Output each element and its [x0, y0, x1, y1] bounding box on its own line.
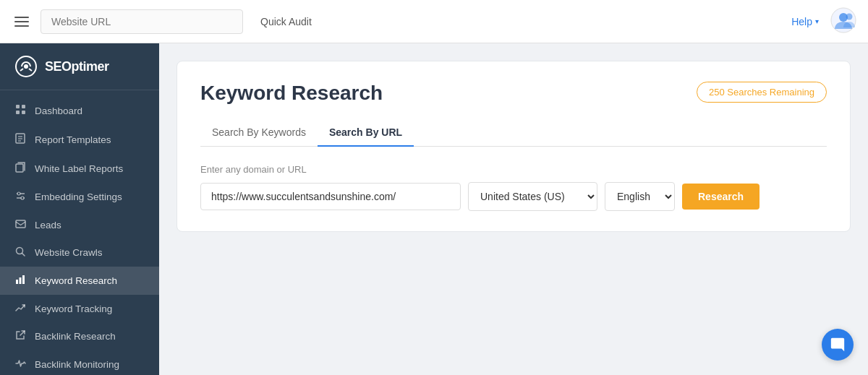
svg-rect-5 — [16, 105, 20, 108]
svg-line-24 — [20, 331, 25, 335]
domain-input[interactable] — [200, 183, 461, 210]
grid-icon — [14, 104, 26, 117]
sidebar-item-keyword-tracking[interactable]: Keyword Tracking — [0, 295, 159, 322]
chat-bubble-button[interactable] — [822, 329, 854, 361]
top-header: Quick Audit Help ▾ — [0, 0, 868, 43]
bar-chart-icon — [14, 275, 26, 287]
sidebar-nav: Dashboard Report Templates White Label R… — [0, 90, 159, 375]
sidebar-item-backlink-monitoring[interactable]: Backlink Monitoring — [0, 350, 159, 375]
help-label: Help — [791, 16, 812, 27]
country-select[interactable]: United States (US) United Kingdom (UK) C… — [468, 182, 597, 211]
sidebar-logo: SEOptimer — [0, 43, 159, 90]
hamburger-button[interactable] — [12, 14, 32, 30]
sidebar-item-white-label[interactable]: White Label Reports — [0, 154, 159, 183]
search-row: United States (US) United Kingdom (UK) C… — [200, 182, 827, 211]
avatar[interactable] — [830, 7, 856, 36]
chevron-down-icon: ▾ — [815, 17, 819, 25]
file-text-icon — [14, 133, 26, 146]
tabs-container: Search By Keywords Search By URL — [200, 119, 827, 147]
svg-point-17 — [21, 197, 24, 199]
svg-point-4 — [24, 64, 28, 69]
svg-point-16 — [17, 192, 20, 195]
language-select[interactable]: English Spanish French German — [605, 182, 675, 211]
searches-remaining-badge: 250 Searches Remaining — [697, 82, 827, 103]
sidebar-item-label: White Label Reports — [35, 163, 123, 174]
sidebar-item-label: Leads — [35, 220, 61, 230]
sidebar-item-keyword-research[interactable]: Keyword Research — [0, 267, 159, 295]
app-layout: SEOptimer Dashboard Report Templates Whi… — [0, 43, 868, 375]
sidebar-item-label: Dashboard — [35, 105, 82, 116]
svg-rect-8 — [22, 111, 25, 114]
sidebar-item-label: Embedding Settings — [35, 191, 122, 202]
sidebar-item-label: Keyword Research — [35, 275, 117, 286]
svg-rect-6 — [22, 105, 25, 108]
svg-rect-7 — [16, 111, 20, 114]
tab-search-by-keywords[interactable]: Search By Keywords — [200, 119, 318, 147]
sidebar-item-label: Report Templates — [35, 134, 111, 145]
svg-point-2 — [846, 13, 853, 20]
search-icon — [14, 246, 26, 259]
sidebar-item-label: Keyword Tracking — [35, 303, 112, 314]
sidebar-item-dashboard[interactable]: Dashboard — [0, 96, 159, 125]
header-left: Quick Audit — [12, 9, 783, 34]
svg-rect-21 — [16, 280, 18, 284]
sidebar-item-website-crawls[interactable]: Website Crawls — [0, 238, 159, 267]
external-link-icon — [14, 330, 26, 342]
header-right: Help ▾ — [791, 7, 856, 36]
page-header: Keyword Research 250 Searches Remaining — [200, 82, 827, 105]
svg-line-20 — [22, 254, 25, 257]
sidebar-item-backlink-research[interactable]: Backlink Research — [0, 322, 159, 350]
app-name: SEOptimer — [45, 59, 109, 74]
research-button[interactable]: Research — [682, 184, 760, 210]
svg-rect-23 — [22, 275, 25, 284]
sidebar-item-label: Website Crawls — [35, 247, 103, 258]
svg-rect-18 — [16, 220, 25, 228]
content-card: Keyword Research 250 Searches Remaining … — [176, 61, 851, 232]
sidebar-item-embedding[interactable]: Embedding Settings — [0, 183, 159, 211]
copy-icon — [14, 162, 26, 175]
sliders-icon — [14, 191, 26, 203]
activity-icon — [14, 358, 26, 370]
quick-audit-button[interactable]: Quick Audit — [252, 10, 320, 33]
sidebar-item-label: Backlink Monitoring — [35, 359, 119, 370]
help-button[interactable]: Help ▾ — [791, 16, 819, 27]
website-url-input[interactable] — [41, 9, 243, 34]
chat-icon — [830, 337, 846, 353]
search-form-label: Enter any domain or URL — [200, 164, 827, 175]
mail-icon — [14, 219, 26, 230]
trending-up-icon — [14, 303, 26, 314]
page-title: Keyword Research — [200, 82, 383, 105]
sidebar-item-label: Backlink Research — [35, 331, 116, 342]
sidebar: SEOptimer Dashboard Report Templates Whi… — [0, 43, 159, 375]
svg-rect-13 — [16, 164, 23, 172]
tab-search-by-url[interactable]: Search By URL — [318, 119, 414, 147]
svg-rect-22 — [20, 277, 22, 284]
sidebar-item-report-templates[interactable]: Report Templates — [0, 125, 159, 154]
main-content: Keyword Research 250 Searches Remaining … — [159, 43, 868, 375]
sidebar-item-leads[interactable]: Leads — [0, 211, 159, 238]
logo-icon — [14, 55, 38, 78]
